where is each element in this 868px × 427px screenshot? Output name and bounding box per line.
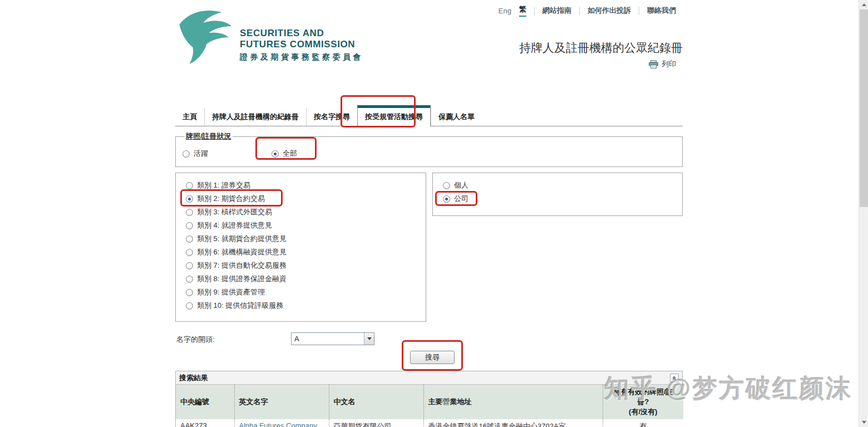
nav-divider [639, 7, 639, 15]
column-header-ce-number: 中央編號 [176, 385, 234, 419]
radio-icon [443, 182, 450, 189]
radio-label: 活躍 [194, 149, 208, 159]
radio-option-type3[interactable]: 類別 3: 槓桿式外匯交易 [186, 205, 426, 219]
radio-option-individual[interactable]: 個人 [443, 179, 682, 192]
column-header-address: 主要營業地址 [423, 385, 603, 419]
cell-name-zh: 亞華期貨有限公司 [329, 419, 423, 427]
results-title: 搜索結果 [179, 373, 208, 383]
sfc-eagle-icon [177, 8, 235, 66]
vertical-scrollbar[interactable] [859, 0, 868, 427]
tab-sponsor-list[interactable]: 保薦人名單 [431, 108, 482, 126]
column-header-name-en: 英文名字 [234, 385, 329, 419]
radio-icon [186, 222, 193, 229]
radio-option-type7[interactable]: 類別 7: 提供自動化交易服務 [186, 259, 426, 272]
nav-divider [534, 7, 535, 15]
top-nav: Eng 繁 網站指南 如何作出投訴 聯絡我們 [499, 4, 676, 17]
logo-name-zh: 證券及期貨事務監察委員會 [240, 52, 363, 62]
sfc-logo-text: SECURITIES AND FUTURES COMMISSION 證券及期貨事… [240, 28, 363, 66]
cell-name-en-link[interactable]: Alpha Futures Company Limited [234, 419, 329, 427]
arrow-up-icon [862, 3, 866, 6]
select-dropdown-button[interactable] [364, 333, 374, 345]
radio-icon-selected [272, 150, 279, 158]
license-status-legend: 牌照/註冊狀況 [185, 131, 233, 141]
column-header-line2: (有/沒有) [608, 407, 679, 417]
radio-icon [183, 150, 190, 158]
tab-home[interactable]: 主頁 [175, 108, 204, 126]
radio-icon [186, 209, 193, 216]
radio-option-all[interactable]: 全部 [272, 147, 297, 160]
contact-us-link[interactable]: 聯絡我們 [647, 6, 676, 16]
name-prefix-label: 名字的開頭: [176, 335, 215, 345]
radio-label: 類別 9: 提供資產管理 [197, 287, 265, 297]
scrollbar-thumb[interactable] [860, 9, 868, 207]
arrow-down-icon [862, 421, 866, 424]
table-row: AAK273 Alpha Futures Company Limited 亞華期… [176, 419, 683, 427]
radio-icon [186, 182, 193, 189]
regulated-activities-panel: 類別 1: 證券交易 類別 2: 期貨合約交易 類別 3: 槓桿式外匯交易 類別… [175, 173, 426, 322]
nav-divider [579, 7, 580, 15]
lang-trad-chinese-link[interactable]: 繁 [519, 4, 526, 17]
radio-label: 類別 3: 槓桿式外匯交易 [197, 207, 272, 217]
select-value: A [292, 333, 364, 345]
radio-label: 類別 2: 期貨合約交易 [197, 194, 265, 204]
radio-option-type9[interactable]: 類別 9: 提供資產管理 [186, 286, 426, 299]
radio-icon [186, 249, 193, 256]
radio-label: 類別 4: 就證券提供意見 [197, 220, 272, 230]
tab-search-by-regulated-activity[interactable]: 按受規管活動搜尋 [357, 105, 431, 126]
column-header-name-zh: 中文名 [329, 385, 423, 419]
radio-icon [186, 262, 193, 269]
scrollbar-up-button[interactable] [859, 0, 868, 9]
chevron-down-icon [367, 337, 372, 340]
radio-label: 公司 [454, 194, 468, 204]
print-label: 列印 [662, 59, 676, 69]
search-button[interactable]: 搜尋 [410, 351, 455, 364]
print-button[interactable]: 列印 [649, 59, 676, 69]
cell-address: 香港金鐘夏愨道16號遠東金融中心3702A室 [423, 419, 603, 427]
tab-search-by-name[interactable]: 按名字搜尋 [306, 108, 357, 126]
radio-label: 類別 6: 就機構融資提供意見 [197, 247, 287, 257]
radio-label: 全部 [283, 149, 297, 159]
scrollbar-down-button[interactable] [859, 418, 868, 427]
site-map-link[interactable]: 網站指南 [542, 6, 571, 16]
radio-label: 類別 8: 提供證券保證金融資 [197, 274, 287, 284]
tab-register-of-licensed-persons[interactable]: 持牌人及註冊機構的紀錄冊 [204, 108, 306, 126]
radio-label: 類別 10: 提供信貸評級服務 [197, 301, 283, 311]
lang-eng-link[interactable]: Eng [499, 7, 511, 15]
radio-option-type8[interactable]: 類別 8: 提供證券保證金融資 [186, 272, 426, 286]
radio-label: 類別 7: 提供自動化交易服務 [197, 261, 287, 271]
radio-label: 類別 5: 就期貨合約提供意見 [197, 234, 287, 244]
radio-option-corporation[interactable]: 公司 [443, 192, 682, 205]
page-title: 持牌人及註冊機構的公眾紀錄冊 [519, 40, 683, 56]
radio-option-type4[interactable]: 類別 4: 就證券提供意見 [186, 219, 426, 232]
logo-name-en-line1: SECURITIES AND [240, 28, 363, 39]
radio-icon [186, 302, 193, 310]
sfc-logo: SECURITIES AND FUTURES COMMISSION 證券及期貨事… [177, 8, 363, 66]
complaint-link[interactable]: 如何作出投訴 [588, 6, 631, 16]
radio-icon-selected [443, 195, 450, 203]
cell-valid-license: 有 [603, 419, 683, 427]
radio-option-type2[interactable]: 類別 2: 期貨合約交易 [186, 192, 426, 205]
radio-option-active[interactable]: 活躍 [183, 147, 208, 160]
tab-bar: 主頁 持牌人及註冊機構的紀錄冊 按名字搜尋 按受規管活動搜尋 保薦人名單 [175, 105, 683, 126]
license-status-fieldset: 牌照/註冊狀況 活躍 全部 [175, 131, 683, 167]
cell-ce-number: AAK273 [176, 419, 234, 427]
sfc-public-register-page: Eng 繁 網站指南 如何作出投訴 聯絡我們 SECURITIES AND FU… [0, 0, 868, 427]
radio-icon [186, 235, 193, 243]
radio-option-type10[interactable]: 類別 10: 提供信貸評級服務 [186, 299, 426, 312]
radio-option-type1[interactable]: 類別 1: 證券交易 [186, 179, 426, 192]
radio-option-type6[interactable]: 類別 6: 就機構融資提供意見 [186, 246, 426, 259]
radio-icon [186, 276, 193, 283]
radio-icon [186, 289, 193, 296]
name-prefix-select[interactable]: A [291, 332, 374, 345]
radio-option-type5[interactable]: 類別 5: 就期貨合約提供意見 [186, 232, 426, 246]
zhihu-watermark: 知乎 @梦方破红颜沫 [604, 372, 852, 405]
logo-name-en-line2: FUTURES COMMISSION [240, 39, 363, 50]
printer-icon [649, 60, 658, 68]
radio-label: 類別 1: 證券交易 [197, 180, 250, 190]
radio-label: 個人 [454, 180, 468, 190]
entity-type-panel: 個人 公司 [432, 173, 683, 216]
radio-icon-selected [186, 195, 193, 203]
